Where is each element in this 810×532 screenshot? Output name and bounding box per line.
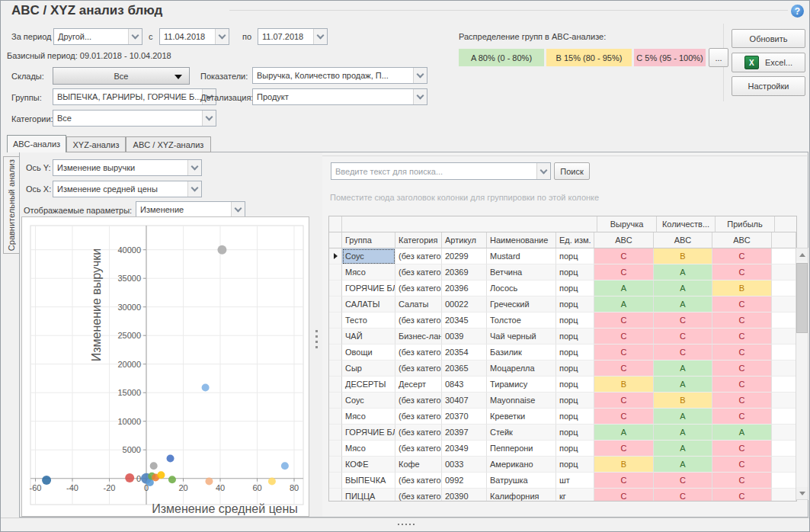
table-row[interactable]: КОФЕКофе0033АмериканопорцBAC <box>329 457 796 473</box>
table-row[interactable]: Мясо(без катего...20370КреветкипорцCAC <box>329 409 796 425</box>
cell-category: (без катего... <box>395 441 442 457</box>
table-scrollbar[interactable] <box>796 248 808 500</box>
table-row[interactable]: Сыр(без катего...20365МоцареллапорцCAC <box>329 361 796 377</box>
data-point <box>202 383 210 391</box>
column-header: Категория <box>395 232 442 248</box>
table-row[interactable]: ПИЦЦА(без катего...20390КалифорниякгCCC <box>329 489 796 502</box>
search-button[interactable]: Поиск <box>554 162 590 180</box>
splitter-dots-icon[interactable] <box>398 524 415 525</box>
data-point <box>217 245 226 255</box>
cell-category: (без катего... <box>395 409 442 425</box>
y-tick-label: 5000 <box>123 445 141 454</box>
y-axis-title: Изменение выручки <box>90 248 103 362</box>
chevron-down-icon[interactable] <box>187 160 201 175</box>
cell-unit: шт <box>556 473 594 489</box>
date-from-select[interactable]: 11.04.2018 <box>159 28 229 45</box>
cell-abc: C <box>712 328 772 345</box>
side-tab-comparative-analysis[interactable]: Сравнительный анализ <box>3 156 19 254</box>
params-select[interactable]: Изменение <box>136 201 245 218</box>
cell-category: (без катего... <box>395 345 442 361</box>
cell-group: ПИЦЦА <box>342 489 395 502</box>
table-row[interactable]: Соус(без катего...30407MayonnaiseпорцCBC <box>329 393 796 409</box>
axis-y-select[interactable]: Изменение выручки <box>53 159 202 176</box>
table-row[interactable]: Овощи(без катего...20354БазиликпорцCCC <box>329 345 796 361</box>
table-row[interactable]: ГОРЯЧИЕ БЛ...(без катего...20396Лососьпо… <box>329 280 796 296</box>
y-tick-label: 20000 <box>117 360 141 369</box>
scroll-down-button[interactable] <box>796 487 808 499</box>
chevron-down-icon[interactable] <box>202 111 216 126</box>
cell-sku: 0033 <box>442 457 487 473</box>
filler <box>775 216 797 232</box>
cell-abc: A <box>654 296 712 312</box>
data-point <box>167 454 174 462</box>
indicators-select[interactable]: Выручка, Количество продаж, П... <box>252 67 427 84</box>
chevron-down-icon[interactable] <box>187 181 201 197</box>
chevron-down-icon[interactable] <box>215 29 229 44</box>
settings-button[interactable]: Настройки <box>732 76 805 96</box>
cell-abc: C <box>654 328 712 345</box>
cell-group: КОФЕ <box>342 457 395 473</box>
chevron-down-icon[interactable] <box>313 29 327 44</box>
cell-name: Стейк <box>487 425 556 441</box>
cell-category: (без катего... <box>395 425 442 441</box>
filler <box>772 232 796 248</box>
categories-select[interactable]: Все <box>53 110 216 127</box>
scroll-thumb[interactable] <box>796 263 808 333</box>
cell-group: САЛАТЫ <box>342 296 395 312</box>
cell-abc: C <box>712 473 772 489</box>
tab-xyz-анализ[interactable]: XYZ-анализ <box>66 136 126 152</box>
chevron-down-icon[interactable] <box>231 202 245 217</box>
chevron-down-icon[interactable] <box>536 163 550 179</box>
chevron-down-icon[interactable] <box>413 89 427 104</box>
params-value: Изменение <box>140 205 184 214</box>
table-row[interactable]: Тесто(без катего...20345ТолстоепорцCCC <box>329 312 796 328</box>
cell-group: ГОРЯЧИЕ БЛ... <box>342 280 395 296</box>
cell-sku: 30407 <box>442 393 487 409</box>
table-row[interactable]: ДЕСЕРТЫДесерт0843ТирамисупорцBAC <box>329 377 796 393</box>
tab-abc-xyz-анализ[interactable]: ABC / XYZ-анализ <box>126 136 211 152</box>
search-input[interactable]: Введите текст для поиска... <box>331 162 551 180</box>
excel-label: Excel... <box>765 58 792 67</box>
cell-name: Базилик <box>487 345 556 361</box>
cell-sku: 0992 <box>442 473 487 489</box>
refresh-button[interactable]: Обновить <box>732 29 805 48</box>
tab-abc-анализ[interactable]: ABC-анализ <box>7 135 66 152</box>
distribution-more-button[interactable]: ... <box>709 48 728 67</box>
stores-select[interactable]: Все <box>53 67 190 85</box>
chevron-down-icon[interactable] <box>128 29 142 44</box>
filler <box>772 473 796 489</box>
cell-abc: C <box>712 312 772 328</box>
excel-button[interactable]: X Excel... <box>732 53 805 72</box>
detail-select[interactable]: Продукт <box>252 88 427 105</box>
table-row[interactable]: Мясо(без катего...20369ВетчинапорцCAC <box>329 264 796 280</box>
filler <box>772 248 796 264</box>
table-row[interactable]: ГОРЯЧИЕ БЛ...(без катего...20397Стейкпор… <box>329 425 796 441</box>
group-header-empty <box>342 216 597 232</box>
chevron-down-icon[interactable] <box>413 68 427 83</box>
cell-abc: C <box>594 393 654 409</box>
groups-label: Группы: <box>11 93 42 102</box>
cell-unit: порц <box>556 361 594 377</box>
groups-select[interactable]: ВЫПЕЧКА, ГАРНИРЫ, ГОРЯЧИЕ Б... <box>53 88 216 105</box>
axis-x-select[interactable]: Изменение средней цены <box>53 181 202 197</box>
table-row[interactable]: Мясо(без катего...20349ПепперонипорцCAC <box>329 441 796 457</box>
table-row[interactable]: САЛАТЫСалаты00022ГреческийпорцAAC <box>329 296 796 312</box>
column-header: Наименование <box>487 232 556 248</box>
filler <box>772 457 796 473</box>
row-indicator <box>329 312 342 328</box>
scroll-up-button[interactable] <box>796 248 808 261</box>
table-row[interactable]: ЧАЙБизнес-ланч0039Чай черныйпорцCCC <box>329 328 796 345</box>
cell-group: ВЫПЕЧКА <box>342 473 395 489</box>
table-row[interactable]: Соус(без катего...20299MustardпорцCBC <box>329 248 796 264</box>
cell-sku: 0843 <box>442 377 487 393</box>
panel-splitter[interactable] <box>313 327 319 351</box>
cell-category: (без катего... <box>395 264 442 280</box>
table-row[interactable]: ВЫПЕЧКА(без катего...0992ВатрушкаштCCC <box>329 473 796 489</box>
cell-name: Американо <box>487 457 556 473</box>
date-to-select[interactable]: 11.07.2018 <box>258 28 328 45</box>
help-icon[interactable]: ? <box>791 5 804 18</box>
period-select[interactable]: Другой... <box>53 28 142 45</box>
axis-x-label: Ось X: <box>26 184 51 194</box>
cell-unit: порц <box>556 457 594 473</box>
divider <box>322 155 807 156</box>
